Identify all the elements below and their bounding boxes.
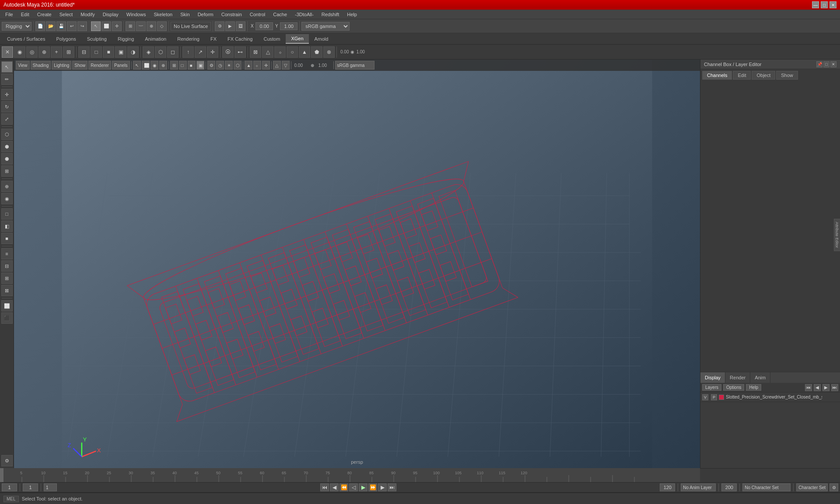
- prev-frame-button[interactable]: ◀: [330, 483, 339, 491]
- vp-view-menu[interactable]: View: [16, 61, 30, 70]
- render-button[interactable]: ▶: [225, 21, 235, 31]
- close-button[interactable]: ✕: [830, 1, 836, 8]
- vp-icon10[interactable]: ⬦: [253, 61, 261, 70]
- channel-close-btn[interactable]: ✕: [830, 61, 836, 67]
- poly-tool2[interactable]: ⬢: [1, 141, 13, 152]
- module-fx[interactable]: FX: [205, 34, 222, 44]
- icon-snap3[interactable]: ⊕: [38, 46, 50, 58]
- layer-row-item[interactable]: V P Slotted_Precision_Screwdriver_Set_Cl…: [700, 392, 840, 402]
- move-tool-left[interactable]: ✛: [1, 89, 13, 100]
- menu-skin[interactable]: Skin: [177, 11, 193, 18]
- play-back-button[interactable]: ◁: [349, 483, 358, 491]
- menu-modify[interactable]: Modify: [77, 11, 98, 18]
- lasso-tool-button[interactable]: ⬜: [102, 21, 111, 31]
- char-set-button[interactable]: Character Set: [796, 483, 828, 491]
- vp-panels-menu[interactable]: Panels: [112, 61, 130, 70]
- layer-nav-next[interactable]: ▶: [822, 384, 830, 391]
- poly-tool3[interactable]: ⬣: [1, 153, 13, 164]
- icon-attach[interactable]: ⊷: [234, 46, 246, 58]
- new-file-button[interactable]: 📄: [35, 21, 45, 31]
- snap-grid-button[interactable]: ⊞: [126, 21, 135, 31]
- timeline-ruler[interactable]: 5 10 15 20 25 30 35 40 45 50 55 60 65 70…: [0, 468, 700, 482]
- vp-icon4[interactable]: ⊕: [159, 61, 167, 70]
- srgb-selector[interactable]: sRGB gamma: [301, 22, 350, 31]
- icon-transform2[interactable]: ↗: [195, 46, 206, 58]
- poly-tool4[interactable]: ⊞: [1, 165, 13, 177]
- maximize-button[interactable]: □: [821, 1, 828, 8]
- extra-btn2[interactable]: ⬛: [1, 312, 13, 324]
- vp-icon11[interactable]: ✛: [262, 61, 270, 70]
- module-curves[interactable]: Curves / Surfaces: [2, 34, 50, 44]
- select-tool-button[interactable]: ↖: [91, 21, 101, 31]
- menu-control[interactable]: Control: [246, 11, 269, 18]
- select-tool[interactable]: ↖: [1, 61, 13, 73]
- vp-icon12[interactable]: △: [273, 61, 281, 70]
- end-frame-input[interactable]: [660, 483, 675, 491]
- icon-pivot[interactable]: ⦿: [222, 46, 234, 58]
- menu-edit[interactable]: Edit: [18, 11, 33, 18]
- sculpt-tool1[interactable]: ⊕: [1, 181, 13, 192]
- icon-move[interactable]: ✛: [207, 46, 218, 58]
- help-menu[interactable]: Help: [746, 384, 761, 391]
- icon-isolate[interactable]: ◈: [143, 46, 154, 58]
- attribute-editor-tab[interactable]: Attribute Editor: [834, 219, 840, 251]
- module-xgen[interactable]: XGen: [286, 34, 308, 44]
- channel-pin-btn[interactable]: 📌: [816, 61, 822, 67]
- vp-show-menu[interactable]: Show: [72, 61, 88, 70]
- menu-file[interactable]: File: [2, 11, 17, 18]
- module-sculpting[interactable]: Sculpting: [82, 34, 112, 44]
- icon-light[interactable]: ◑: [127, 46, 139, 58]
- menu-create[interactable]: Create: [34, 11, 55, 18]
- tab-edit[interactable]: Edit: [733, 71, 751, 80]
- skip-end-button[interactable]: ⏭: [388, 483, 396, 491]
- layer-nav-first[interactable]: ⏮: [805, 384, 812, 391]
- layers-menu[interactable]: Layers: [702, 384, 721, 391]
- playback-end-input[interactable]: [721, 483, 737, 491]
- vp-icon2[interactable]: ⬜: [142, 61, 150, 70]
- workspace-selector[interactable]: Rigging: [2, 22, 32, 31]
- vp-icon5[interactable]: ⚙: [207, 61, 215, 70]
- menu-redshift[interactable]: Redshift: [318, 11, 343, 18]
- menu-constrain[interactable]: Constrain: [218, 11, 245, 18]
- layer-nav-last[interactable]: ⏭: [831, 384, 838, 391]
- vp-icon6[interactable]: ◷: [216, 61, 224, 70]
- icon-snap5[interactable]: ⊞: [63, 46, 74, 58]
- icon-textured[interactable]: ▣: [115, 46, 126, 58]
- menu-windows[interactable]: Windows: [123, 11, 150, 18]
- render-settings-button[interactable]: ⚙: [215, 21, 224, 31]
- icon-wireframe[interactable]: □: [91, 46, 102, 58]
- display-mode3[interactable]: ■: [1, 233, 13, 244]
- save-file-button[interactable]: 💾: [56, 21, 66, 31]
- start-frame-input[interactable]: [2, 483, 17, 491]
- menu-3dtool[interactable]: -3DtoAll-: [291, 11, 317, 18]
- icon-xray[interactable]: ⬡: [155, 46, 166, 58]
- rotate-tool[interactable]: ↻: [1, 101, 13, 112]
- icon-extra4[interactable]: ○: [287, 46, 298, 58]
- icon-snap1[interactable]: ◉: [14, 46, 25, 58]
- menu-help[interactable]: Help: [343, 11, 360, 18]
- layer-tab-render[interactable]: Render: [725, 372, 750, 383]
- layer-tab-display[interactable]: Display: [700, 372, 725, 383]
- snap-point-button[interactable]: ⊕: [147, 21, 156, 31]
- open-file-button[interactable]: 📂: [46, 21, 56, 31]
- menu-select[interactable]: Select: [56, 11, 77, 18]
- menu-deform[interactable]: Deform: [194, 11, 217, 18]
- layer-nav-prev[interactable]: ◀: [814, 384, 821, 391]
- vp-icon13[interactable]: ▽: [282, 61, 290, 70]
- display-mode2[interactable]: ◧: [1, 220, 13, 232]
- vp-gamma-selector[interactable]: sRGB gamma: [335, 61, 374, 70]
- vp-icon1[interactable]: ↖: [133, 61, 141, 70]
- coord-y-input[interactable]: [280, 22, 298, 30]
- tab-object[interactable]: Object: [752, 71, 775, 80]
- vp-lighting-menu[interactable]: Lighting: [52, 61, 71, 70]
- layer-playback[interactable]: P: [711, 394, 717, 400]
- icon-snap2[interactable]: ◎: [26, 46, 38, 58]
- icon-select[interactable]: ✕: [2, 46, 13, 58]
- vp-icon3[interactable]: ◉: [150, 61, 158, 70]
- no-anim-layer-display[interactable]: No Anim Layer: [681, 483, 716, 491]
- module-fxcaching[interactable]: FX Caching: [222, 34, 258, 44]
- menu-skeleton[interactable]: Skeleton: [150, 11, 176, 18]
- module-custom[interactable]: Custom: [259, 34, 286, 44]
- vp-display-icon[interactable]: ▣: [196, 61, 204, 70]
- snap-surface-button[interactable]: ◇: [157, 21, 167, 31]
